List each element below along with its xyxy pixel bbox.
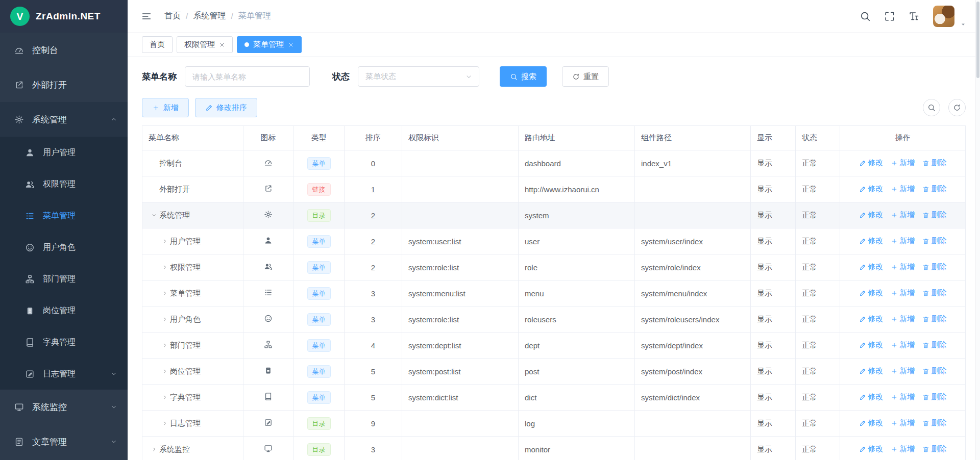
tab-home[interactable]: 首页: [142, 36, 173, 53]
add-button[interactable]: 新增: [142, 98, 189, 117]
expand-row-icon[interactable]: [159, 368, 170, 374]
collapse-row-icon[interactable]: [149, 212, 159, 218]
add-row-link[interactable]: 新增: [891, 418, 915, 428]
sort-button[interactable]: 修改排序: [195, 98, 257, 117]
scrollbar-thumb[interactable]: [976, 2, 979, 78]
delete-row-link[interactable]: 删除: [922, 366, 947, 376]
table-row: 日志管理目录9log显示正常修改新增删除: [142, 411, 966, 437]
edit-row-link[interactable]: 修改: [859, 392, 884, 402]
sidebar-item-roleusers[interactable]: 用户角色: [0, 232, 128, 263]
reset-button[interactable]: 重置: [562, 66, 609, 87]
delete-row-link[interactable]: 删除: [922, 314, 947, 324]
sidebar-item-label: 菜单管理: [43, 211, 76, 221]
perms-cell: [402, 176, 519, 202]
breadcrumb-item[interactable]: 系统管理: [193, 11, 226, 21]
close-tab-icon[interactable]: [288, 42, 294, 48]
add-row-link[interactable]: 新增: [891, 158, 915, 168]
edit-row-link[interactable]: 修改: [859, 288, 884, 298]
user-menu-caret-icon[interactable]: [960, 21, 967, 28]
table-header-row: 菜单名称图标类型排序权限标识路由地址组件路径显示状态操作: [142, 126, 966, 150]
edit-row-link[interactable]: 修改: [859, 158, 884, 168]
avatar[interactable]: [933, 6, 954, 27]
expand-row-icon[interactable]: [159, 394, 170, 400]
delete-row-link[interactable]: 删除: [922, 418, 947, 428]
perms-cell: system:user:list: [402, 228, 519, 254]
add-row-link[interactable]: 新增: [891, 210, 915, 220]
add-row-link[interactable]: 新增: [891, 262, 915, 272]
add-row-link[interactable]: 新增: [891, 444, 915, 454]
sidebar-item-dashboard[interactable]: 控制台: [0, 33, 128, 67]
menu-name-input[interactable]: [185, 66, 310, 87]
add-row-link[interactable]: 新增: [891, 288, 915, 298]
add-row-link[interactable]: 新增: [891, 340, 915, 350]
expand-row-icon[interactable]: [159, 342, 170, 348]
edit-row-link[interactable]: 修改: [859, 340, 884, 350]
delete-row-link[interactable]: 删除: [922, 262, 947, 272]
delete-row-link[interactable]: 删除: [922, 288, 947, 298]
add-row-link[interactable]: 新增: [891, 314, 915, 324]
table-row: 权限管理菜单2system:role:listrolesystem/role/i…: [142, 254, 966, 280]
table-refresh-button[interactable]: [948, 99, 966, 116]
search-button[interactable]: 搜索: [500, 66, 547, 87]
add-row-link[interactable]: 新增: [891, 236, 915, 246]
sidebar-item-dict[interactable]: 字典管理: [0, 326, 128, 358]
edit-row-link[interactable]: 修改: [859, 366, 884, 376]
sidebar-item-monitor[interactable]: 系统监控: [0, 390, 128, 424]
breadcrumb-item[interactable]: 首页: [164, 11, 181, 21]
sidebar-item-menu[interactable]: 菜单管理: [0, 200, 128, 232]
sidebar-item-external[interactable]: 外部打开: [0, 67, 128, 102]
delete-row-link[interactable]: 删除: [922, 444, 947, 454]
menu-name-cell: 系统监控: [142, 437, 243, 460]
sidebar-item-post[interactable]: 岗位管理: [0, 295, 128, 326]
sort-cell: 9: [345, 411, 402, 437]
edit-row-link[interactable]: 修改: [859, 314, 884, 324]
tab-menu[interactable]: 菜单管理: [237, 36, 302, 53]
status-select[interactable]: 菜单状态: [358, 66, 479, 87]
collapse-sidebar-icon[interactable]: [141, 11, 152, 22]
chevron-up-icon: [110, 116, 117, 123]
expand-row-icon[interactable]: [159, 420, 170, 426]
add-row-link[interactable]: 新增: [891, 366, 915, 376]
delete-row-link[interactable]: 删除: [922, 392, 947, 402]
expand-row-icon[interactable]: [159, 290, 170, 296]
search-icon[interactable]: [860, 11, 871, 22]
icon-cell: [243, 228, 293, 254]
add-row-link[interactable]: 新增: [891, 184, 915, 194]
sidebar-item-user[interactable]: 用户管理: [0, 137, 128, 168]
table-search-button[interactable]: [923, 99, 940, 116]
sidebar-item-article[interactable]: 文章管理: [0, 424, 128, 459]
edit-row-link[interactable]: 修改: [859, 418, 884, 428]
edit-row-link[interactable]: 修改: [859, 444, 884, 454]
app-logo[interactable]: V ZrAdmin.NET: [0, 0, 128, 33]
delete-row-link[interactable]: 删除: [922, 210, 947, 220]
expand-row-icon[interactable]: [149, 446, 159, 452]
delete-row-link[interactable]: 删除: [922, 340, 947, 350]
delete-row-link[interactable]: 删除: [922, 184, 947, 194]
expand-row-icon[interactable]: [159, 238, 170, 244]
sidebar-item-role[interactable]: 权限管理: [0, 168, 128, 200]
column-header: 排序: [345, 126, 402, 150]
edit-row-link[interactable]: 修改: [859, 262, 884, 272]
close-tab-icon[interactable]: [219, 42, 225, 48]
expand-row-icon[interactable]: [159, 264, 170, 270]
sidebar-item-system[interactable]: 系统管理: [0, 102, 128, 137]
fullscreen-icon[interactable]: [884, 11, 895, 22]
edit-row-link[interactable]: 修改: [859, 184, 884, 194]
tab-role[interactable]: 权限管理: [177, 36, 233, 53]
delete-row-link[interactable]: 删除: [922, 158, 947, 168]
add-row-link[interactable]: 新增: [891, 392, 915, 402]
reset-button-label: 重置: [583, 72, 599, 82]
sidebar-item-log[interactable]: 日志管理: [0, 358, 128, 390]
page-scrollbar[interactable]: [975, 0, 980, 460]
menu-name-cell: 控制台: [142, 150, 243, 176]
status-cell: 正常: [796, 150, 840, 176]
expand-row-icon[interactable]: [159, 316, 170, 322]
status-cell: 正常: [796, 385, 840, 411]
sidebar-item-dept[interactable]: 部门管理: [0, 263, 128, 295]
edit-row-link[interactable]: 修改: [859, 236, 884, 246]
visible-cell: 显示: [751, 333, 796, 359]
font-size-icon[interactable]: [909, 11, 920, 22]
gear-icon: [264, 210, 273, 219]
edit-row-link[interactable]: 修改: [859, 210, 884, 220]
delete-row-link[interactable]: 删除: [922, 236, 947, 246]
